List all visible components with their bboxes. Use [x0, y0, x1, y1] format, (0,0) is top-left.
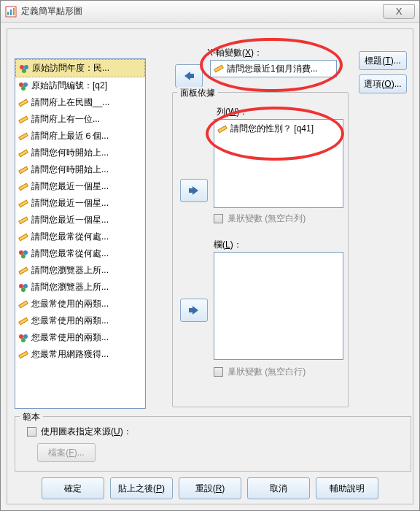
list-item[interactable]: 請問您最近一個星... — [15, 195, 145, 212]
svg-point-9 — [21, 86, 26, 91]
button-bar: 確定 貼上之後(P) 重設(R) 取消 輔助說明 — [7, 477, 413, 499]
list-item[interactable]: 請問您何時開始上... — [15, 145, 145, 161]
list-item-label: 請問府上有一位... — [31, 113, 100, 126]
ruler-icon — [18, 215, 28, 226]
svg-point-19 — [19, 250, 23, 255]
dialog-window: 定義簡單點形圖 X 原始訪問年度：民...原始訪問編號：[q2]請問府上在民國_… — [0, 0, 420, 511]
list-item-label: 請問府上最近６個... — [31, 130, 109, 142]
svg-rect-18 — [19, 234, 28, 240]
list-item-label: 請問府上在民國__... — [31, 96, 109, 109]
ruler-icon — [18, 148, 28, 158]
svg-rect-3 — [13, 8, 15, 15]
list-item[interactable]: 請問您最近一個星... — [15, 212, 145, 228]
svg-rect-1 — [7, 12, 9, 15]
close-button[interactable]: X — [383, 4, 415, 19]
svg-rect-26 — [19, 301, 28, 307]
list-item[interactable]: 請問您最近一個星... — [15, 178, 145, 195]
svg-point-23 — [19, 284, 23, 288]
list-item[interactable]: 您最常使用的兩類... — [15, 329, 145, 346]
list-item-label: 請問您最常從何處... — [31, 231, 109, 243]
svg-rect-27 — [19, 318, 28, 324]
template-group: 範本 使用圖表指定來源(U)： 檔案(F)... — [15, 416, 411, 472]
ruler-icon — [18, 316, 28, 326]
rows-field[interactable]: 請問您的性別？ [q41] — [214, 119, 343, 208]
options-button[interactable]: 選項(O)... — [359, 74, 407, 93]
list-item-label: 您最常使用的兩類... — [31, 331, 109, 344]
list-item[interactable]: 請問府上在民國__... — [15, 94, 145, 111]
list-item[interactable]: 您最常使用的兩類... — [15, 296, 145, 312]
nest-rows-checkbox: 巢狀變數 (無空白列) — [214, 212, 306, 225]
variable-list[interactable]: 原始訪問年度：民...原始訪問編號：[q2]請問府上在民國__...請問府上有一… — [15, 58, 146, 409]
rows-value: 請問您的性別？ [q41] — [230, 123, 314, 135]
checkbox-icon — [214, 214, 223, 223]
list-item[interactable]: 請問府上有一位... — [15, 111, 145, 128]
list-item-label: 請問您最常從何處... — [31, 247, 109, 260]
columns-label: 欄(L)： — [214, 239, 242, 251]
svg-rect-14 — [19, 166, 28, 173]
reset-button[interactable]: 重設(R) — [179, 477, 241, 499]
svg-rect-11 — [19, 116, 28, 123]
list-item[interactable]: 請問您瀏覽器上所... — [15, 262, 145, 279]
ruler-icon — [18, 98, 28, 108]
titlebar: 定義簡單點形圖 X — [1, 1, 419, 23]
use-template-checkbox[interactable]: 使用圖表指定來源(U)： — [27, 426, 132, 438]
xaxis-field[interactable]: 請問您最近1個月消費... — [210, 60, 337, 77]
svg-point-28 — [19, 334, 23, 339]
list-item[interactable]: 請問您最常從何處... — [15, 228, 145, 245]
columns-move-button[interactable] — [180, 299, 208, 322]
content-area: 原始訪問年度：民...原始訪問編號：[q2]請問府上在民國__...請問府上有一… — [1, 23, 419, 510]
list-item[interactable]: 您最常使用的兩類... — [15, 312, 145, 329]
list-item-label: 請問您何時開始上... — [31, 147, 109, 159]
list-item[interactable]: 原始訪問編號：[q2] — [15, 77, 145, 94]
list-item[interactable]: 您最常用網路獲得... — [15, 346, 145, 363]
nominal-icon — [18, 81, 28, 91]
svg-point-8 — [23, 82, 28, 87]
nominal-icon — [18, 283, 28, 293]
svg-point-6 — [22, 69, 26, 73]
nest-columns-checkbox: 巢狀變數 (無空白行) — [214, 366, 306, 378]
svg-point-29 — [23, 334, 28, 339]
svg-rect-15 — [19, 183, 28, 190]
list-item[interactable]: 原始訪問年度：民... — [15, 59, 145, 77]
list-item[interactable]: 請問您最常從何處... — [15, 245, 145, 262]
svg-point-5 — [24, 65, 28, 69]
help-button[interactable]: 輔助說明 — [316, 477, 378, 499]
svg-rect-34 — [218, 126, 227, 132]
inner-panel: 原始訪問年度：民...原始訪問編號：[q2]請問府上在民國__...請問府上有一… — [7, 28, 413, 504]
ruler-icon — [18, 232, 28, 242]
file-button: 檔案(F)... — [37, 443, 96, 462]
svg-rect-17 — [19, 217, 28, 223]
list-item-label: 請問您最近一個星... — [31, 214, 109, 226]
ok-button[interactable]: 確定 — [42, 477, 104, 499]
list-item-label: 請問您何時開始上... — [31, 164, 109, 176]
list-item[interactable]: 請問您瀏覽器上所... — [15, 279, 145, 296]
svg-rect-2 — [10, 9, 12, 15]
list-item-label: 原始訪問年度：民... — [32, 62, 109, 74]
svg-marker-35 — [189, 186, 198, 195]
list-item[interactable]: 請問府上最近６個... — [15, 128, 145, 145]
list-item-label: 請問您瀏覽器上所... — [31, 264, 109, 277]
list-item-label: 請問您最近一個星... — [31, 197, 109, 210]
titles-button[interactable]: 標題(T)... — [359, 51, 407, 70]
ruler-icon — [18, 199, 28, 209]
xaxis-label: X-軸變數(X)： — [207, 47, 262, 59]
svg-marker-36 — [189, 306, 198, 315]
ruler-icon — [18, 165, 28, 175]
xaxis-move-button[interactable] — [175, 64, 203, 88]
svg-rect-31 — [19, 351, 28, 358]
svg-rect-12 — [19, 133, 28, 139]
window-title: 定義簡單點形圖 — [21, 5, 383, 18]
rows-move-button[interactable] — [180, 179, 208, 202]
checkbox-icon — [214, 367, 223, 377]
list-item-label: 您最常使用的兩類... — [31, 298, 109, 310]
svg-rect-22 — [19, 267, 28, 274]
list-item-label: 您最常用網路獲得... — [31, 348, 109, 361]
paste-button[interactable]: 貼上之後(P) — [110, 477, 173, 499]
nominal-icon — [19, 64, 29, 74]
svg-point-30 — [21, 338, 26, 342]
list-item[interactable]: 請問您何時開始上... — [15, 161, 145, 178]
columns-field[interactable] — [214, 252, 343, 360]
cancel-button[interactable]: 取消 — [247, 477, 310, 499]
ruler-icon — [18, 182, 28, 192]
rows-label: 列(W)： — [217, 106, 248, 118]
